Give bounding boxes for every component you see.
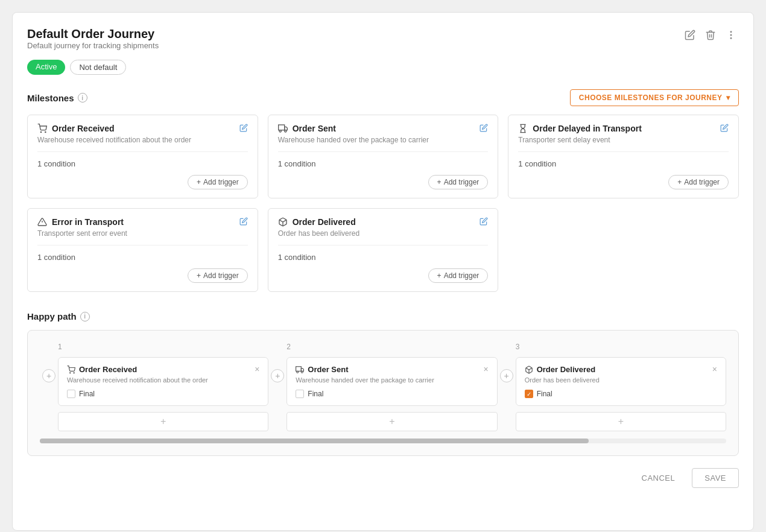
- col-add-before-1[interactable]: +: [271, 369, 284, 382]
- add-below-1[interactable]: +: [286, 412, 497, 431]
- happy-card-subtitle-0: Warehouse received notification about th…: [67, 376, 259, 384]
- condition-text-0: 1 condition: [37, 159, 75, 168]
- happy-card-close-2[interactable]: ×: [712, 365, 717, 373]
- happy-card-1: Order Sent × Warehouse handed over the p…: [286, 357, 497, 406]
- milestone-card-order-received: Order Received Warehouse received notifi…: [27, 115, 258, 198]
- col-number-0: 1: [58, 343, 62, 351]
- add-trigger-label-0: Add trigger: [203, 178, 239, 186]
- svg-rect-14: [296, 366, 302, 371]
- milestone-edit-icon-1[interactable]: [480, 124, 488, 132]
- milestone-card-header-3: Error in Transport: [37, 217, 248, 227]
- divider-3: [37, 245, 248, 245]
- milestone-subtitle-1: Warehouse handed over the package to car…: [278, 136, 489, 144]
- warning-icon: [37, 217, 47, 227]
- col-content-1: + Order Sent × Warehouse handed over the…: [268, 357, 497, 406]
- milestones-label: Milestones: [27, 93, 74, 103]
- milestones-info-icon[interactable]: i: [78, 93, 87, 103]
- col-add-before-0[interactable]: +: [42, 369, 55, 382]
- happy-card-truck-icon-1: [296, 366, 304, 374]
- add-trigger-0: + Add trigger: [37, 175, 248, 189]
- milestones-header: Milestones i CHOOSE MILESTONES FOR JOURN…: [27, 89, 739, 106]
- milestone-edit-icon-0[interactable]: [239, 124, 248, 132]
- condition-text-4: 1 condition: [278, 253, 316, 262]
- final-label-0: Final: [79, 390, 95, 398]
- svg-point-2: [730, 38, 732, 39]
- svg-point-3: [40, 131, 41, 132]
- add-trigger-button-1[interactable]: + Add trigger: [428, 175, 489, 189]
- happy-card-header-2: Order Delivered ×: [525, 365, 717, 374]
- milestone-edit-icon-4[interactable]: [480, 217, 488, 226]
- badges-row: Active Not default: [27, 60, 739, 75]
- final-label-2: Final: [537, 390, 552, 398]
- active-badge: Active: [27, 60, 65, 75]
- milestone-subtitle-0: Warehouse received notification about th…: [37, 136, 248, 144]
- svg-point-8: [284, 130, 286, 132]
- add-trigger-1: + Add trigger: [278, 175, 489, 189]
- col-plus-left-2: +: [498, 357, 516, 382]
- happy-path-title-row: Happy path i: [27, 311, 90, 321]
- svg-marker-15: [302, 368, 304, 371]
- milestone-edit-icon-2[interactable]: [720, 124, 729, 132]
- title-area: Default Order Journey Default journey fo…: [27, 27, 159, 57]
- final-row-2: Final: [525, 390, 717, 398]
- delete-button[interactable]: [703, 27, 718, 43]
- add-trigger-button-0[interactable]: + Add trigger: [188, 175, 248, 189]
- col-plus-left-1: +: [268, 357, 286, 382]
- add-trigger-button-3[interactable]: + Add trigger: [188, 268, 248, 283]
- edit-button[interactable]: [682, 27, 698, 43]
- milestone-edit-icon-3[interactable]: [239, 217, 248, 226]
- choose-milestones-button[interactable]: CHOOSE MILESTONES FOR JOURNEY ▾: [570, 89, 739, 106]
- col-bottom-plus-1: +: [268, 412, 497, 431]
- scrollbar-area[interactable]: [40, 439, 726, 443]
- final-checkbox-0[interactable]: [67, 390, 75, 398]
- divider-1: [278, 151, 489, 152]
- add-trigger-button-4[interactable]: + Add trigger: [428, 268, 489, 283]
- add-below-0[interactable]: +: [58, 412, 268, 431]
- add-trigger-plus-1: +: [437, 178, 442, 186]
- cart-icon: [37, 124, 47, 133]
- truck-icon: [278, 124, 288, 133]
- not-default-badge: Not default: [70, 60, 126, 75]
- condition-text-1: 1 condition: [278, 159, 316, 168]
- final-checkbox-2[interactable]: [525, 390, 533, 398]
- more-button[interactable]: [723, 27, 739, 43]
- milestone-subtitle-3: Transporter sent error event: [37, 229, 248, 238]
- milestone-subtitle-2: Transporter sent delay event: [518, 136, 729, 144]
- col-number-1: 2: [286, 343, 291, 351]
- milestone-card-header-2: Order Delayed in Transport: [518, 124, 729, 133]
- page-container: Default Order Journey Default journey fo…: [12, 12, 754, 531]
- condition-text-2: 1 condition: [518, 159, 556, 168]
- final-row-0: Final: [67, 390, 259, 398]
- final-checkbox-1[interactable]: [296, 390, 304, 398]
- add-trigger-plus-4: +: [437, 271, 442, 280]
- happy-card-title-text-1: Order Sent: [308, 365, 348, 374]
- page-subtitle: Default journey for tracking shipments: [27, 41, 159, 50]
- happy-card-close-0[interactable]: ×: [255, 365, 259, 373]
- happy-card-title-2: Order Delivered: [525, 365, 596, 374]
- milestone-card-header-4: Order Delivered: [278, 217, 489, 227]
- svg-marker-6: [284, 127, 287, 130]
- chevron-down-icon: ▾: [726, 93, 730, 102]
- col-add-before-2[interactable]: +: [500, 369, 513, 382]
- add-trigger-button-2[interactable]: + Add trigger: [668, 175, 729, 189]
- happy-path-col-1: 2 + Order Sent ×: [268, 343, 497, 431]
- add-trigger-label-2: Add trigger: [684, 178, 720, 186]
- final-label-1: Final: [308, 390, 323, 398]
- svg-point-0: [730, 31, 732, 33]
- col-number-2: 3: [516, 343, 520, 351]
- milestone-title-1: Order Sent: [293, 124, 336, 133]
- svg-point-4: [45, 131, 46, 132]
- happy-path-info-icon[interactable]: i: [80, 312, 90, 321]
- add-trigger-3: + Add trigger: [37, 268, 248, 283]
- happy-path-section: Happy path i 1 +: [27, 311, 739, 456]
- scrollbar-thumb: [40, 439, 589, 443]
- happy-card-close-1[interactable]: ×: [483, 365, 488, 373]
- add-below-2[interactable]: +: [516, 412, 726, 431]
- milestone-title-2: Order Delayed in Transport: [533, 124, 642, 133]
- svg-point-7: [279, 130, 281, 132]
- happy-path-col-0: 1 + Order Received ×: [40, 343, 268, 431]
- happy-path-section-header: Happy path i: [27, 311, 739, 321]
- milestone-title-0: Order Received: [52, 124, 115, 133]
- save-button[interactable]: SAVE: [692, 468, 739, 488]
- cancel-button[interactable]: CANCEL: [632, 468, 685, 488]
